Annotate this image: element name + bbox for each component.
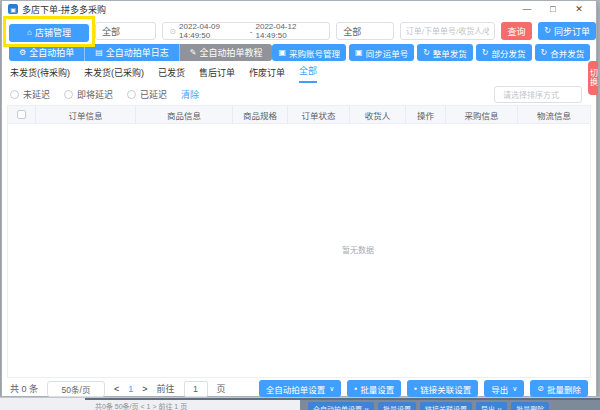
log-icon: ▤	[95, 49, 103, 57]
export-label: 导出	[491, 383, 508, 395]
link-association-settings-button[interactable]: ▪ 链接关联设置	[407, 380, 478, 397]
batch-settings-icon: ▪	[354, 385, 357, 393]
auto-order-tutorial-button[interactable]: ✎ 全自动拍单教程	[180, 44, 273, 61]
sort-method-select[interactable]: 请选择排序方式	[494, 86, 582, 103]
tracking-icon: ▣	[355, 49, 363, 57]
app-icon: ▣	[8, 4, 18, 14]
ship-whole-label: 整单发货	[433, 47, 467, 59]
background-pagination: 共0条 50条/页 < 1 > 前往 1 页	[95, 401, 187, 410]
goto-unit: 页	[217, 382, 226, 395]
radio-delayed[interactable]: 已延迟	[127, 88, 167, 101]
total-count: 共 0 条	[10, 382, 38, 395]
sync-orders-button[interactable]: ↻ 同步订单	[538, 22, 596, 40]
radio-about-to-delay-label: 即将延迟	[77, 88, 113, 101]
window-title: 多店下单-拼多多采购	[22, 3, 106, 16]
sync-icon: ↻	[544, 27, 551, 35]
background-window: 共0条 50条/页 < 1 > 前往 1 页 全自动拍单设置 ∨ 批量设置 链接…	[0, 397, 600, 410]
column-product-spec: 商品规格	[233, 106, 288, 123]
tab-all[interactable]: 全部	[299, 64, 317, 83]
delay-filter-bar: 未延迟 即将延迟 已延迟 清除 请选择排序方式	[10, 85, 582, 103]
shop-select[interactable]: 全部	[95, 22, 156, 40]
tab-unshipped-purchased[interactable]: 未发货(已采购)	[84, 66, 144, 83]
tab-aftersale-orders[interactable]: 售后订单	[199, 66, 235, 83]
ship-whole-button[interactable]: ↻ 整单发货	[417, 44, 473, 61]
ship-merge-button[interactable]: ↻ 合并发货	[535, 44, 591, 61]
bg-link-association-settings-button[interactable]: 链接关联设置	[420, 402, 472, 410]
purchase-account-manage-button[interactable]: ▣ 采购账号管理	[272, 44, 346, 61]
prev-page-button[interactable]: <	[114, 384, 119, 394]
background-footer-actions: 全自动拍单设置 ∨ 批量设置 链接关联设置 导出 ∨ 批量删除	[300, 400, 600, 410]
link-icon: ▪	[414, 385, 417, 393]
auto-order-settings-label: 全自动拍单设置	[266, 383, 326, 395]
ship-partial-label: 部分发货	[492, 47, 526, 59]
column-purchase-info: 采购信息	[446, 106, 518, 123]
column-order-status: 订单状态	[288, 106, 350, 123]
bg-batch-delete-button[interactable]: 批量删除	[511, 402, 549, 410]
sync-tracking-button[interactable]: ▣ 同步运单号	[349, 44, 414, 61]
date-range-picker[interactable]: ⊙ 2022-04-09 14:49:50 - 2022-04-12 14:49…	[162, 22, 330, 40]
radio-circle-icon	[10, 90, 19, 99]
account-icon: ▣	[278, 49, 286, 57]
auto-order-tutorial-label: 全自动拍单教程	[199, 46, 262, 59]
titlebar: ▣ 多店下单-拼多多采购 — □ ✕	[2, 1, 596, 17]
batch-settings-button[interactable]: ▪ 批量设置	[347, 380, 401, 397]
chevron-down-icon: ∨	[512, 385, 517, 393]
query-button[interactable]: 查询	[501, 22, 533, 40]
radio-not-delayed-label: 未延迟	[23, 88, 50, 101]
query-label: 查询	[507, 25, 525, 38]
orders-table: 订单信息 商品信息 商品规格 订单状态 收货人 操作 采购信息 物流信息 暂无数…	[7, 105, 591, 378]
radio-circle-icon	[127, 90, 136, 99]
next-page-button[interactable]: >	[142, 384, 147, 394]
gear-icon: ⚙	[19, 49, 26, 57]
ship-partial-icon: ↻	[482, 49, 489, 57]
chevron-down-icon: ∨	[329, 385, 334, 393]
tutorial-icon: ✎	[190, 49, 197, 57]
radio-circle-icon	[64, 90, 73, 99]
clear-filter-link[interactable]: 清除	[181, 88, 199, 101]
select-all-cell	[8, 106, 36, 123]
auto-order-settings-button[interactable]: 全自动拍单设置 ∨	[259, 380, 342, 397]
bg-batch-settings-button[interactable]: 批量设置	[378, 402, 416, 410]
goto-page-input[interactable]	[184, 381, 208, 397]
bg-auto-order-settings-button[interactable]: 全自动拍单设置 ∨	[308, 402, 374, 410]
toolbar-primary: ⌂ 店铺管理 全部 ⊙ 2022-04-09 14:49:50 - 2022-0…	[2, 18, 596, 44]
radio-about-to-delay[interactable]: 即将延迟	[64, 88, 113, 101]
auto-order-button[interactable]: ⚙ 全自动拍单	[9, 44, 85, 61]
batch-delete-button[interactable]: ⊘ 批量删除	[530, 380, 588, 397]
search-input[interactable]	[400, 22, 495, 40]
switch-side-tab-label: 切换	[588, 69, 599, 87]
purchase-account-manage-label: 采购账号管理	[289, 47, 340, 59]
store-manage-button[interactable]: ⌂ 店铺管理	[9, 24, 89, 42]
bg-export-button[interactable]: 导出 ∨	[476, 402, 507, 410]
page-size-select[interactable]: 50条/页	[47, 381, 105, 397]
close-button[interactable]: ✕	[574, 4, 584, 14]
auto-order-log-button[interactable]: ▤ 全自动拍单日志	[85, 44, 180, 61]
app-icon-glyph: ▣	[10, 6, 16, 13]
status-select[interactable]: 全部	[336, 22, 393, 40]
current-page[interactable]: 1	[128, 384, 133, 394]
store-icon: ⌂	[27, 29, 32, 37]
select-all-checkbox[interactable]	[17, 110, 26, 119]
minimize-button[interactable]: —	[522, 4, 532, 14]
column-logistics-info: 物流信息	[518, 106, 590, 123]
tab-shipped[interactable]: 已发货	[158, 66, 185, 83]
column-order-info: 订单信息	[36, 106, 136, 123]
tab-voided-orders[interactable]: 作废订单	[249, 66, 285, 83]
goto-label: 前往	[157, 382, 175, 395]
store-manage-label: 店铺管理	[35, 26, 71, 39]
radio-not-delayed[interactable]: 未延迟	[10, 88, 50, 101]
ship-whole-icon: ↻	[423, 49, 430, 57]
sync-orders-label: 同步订单	[554, 25, 590, 38]
switch-side-tab[interactable]: 切换	[588, 61, 598, 95]
sort-method-placeholder: 请选择排序方式	[503, 89, 559, 100]
trash-icon: ⊘	[537, 385, 544, 393]
maximize-button[interactable]: □	[548, 4, 558, 14]
ship-partial-button[interactable]: ↻ 部分发货	[476, 44, 532, 61]
tab-unshipped-pending-purchase[interactable]: 未发货(待采购)	[10, 66, 70, 83]
shop-select-value: 全部	[102, 25, 120, 38]
empty-state-text: 暂无数据	[333, 244, 383, 255]
footer-actions: 全自动拍单设置 ∨ ▪ 批量设置 ▪ 链接关联设置 导出 ∨ ⊘ 批量删除	[259, 380, 588, 397]
column-consignee: 收货人	[350, 106, 406, 123]
export-button[interactable]: 导出 ∨	[484, 380, 524, 397]
order-status-tabs: 未发货(待采购) 未发货(已采购) 已发货 售后订单 作废订单 全部	[2, 62, 596, 83]
